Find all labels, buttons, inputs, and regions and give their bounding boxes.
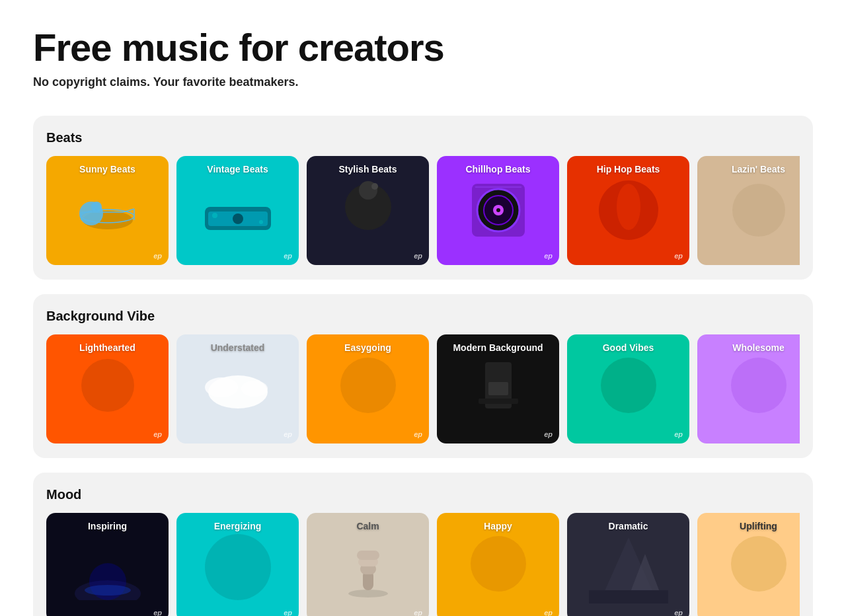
card-wholesome[interactable]: Wholesomeep: [697, 334, 800, 443]
card-good-vibes[interactable]: Good Vibesep: [567, 334, 689, 443]
svg-point-15: [371, 183, 378, 190]
card-understated[interactable]: Understatedep: [176, 334, 299, 443]
svg-point-41: [205, 534, 271, 600]
svg-point-51: [731, 536, 787, 592]
card-title-vintage-beats: Vintage Beats: [176, 164, 299, 174]
svg-point-10: [233, 213, 243, 224]
svg-point-24: [732, 184, 785, 237]
section-beats: BeatsSunny BeatsepVintage BeatsepStylish…: [33, 116, 813, 280]
card-logo-happy: ep: [544, 609, 553, 616]
card-title-energizing: Energizing: [176, 521, 299, 531]
svg-rect-50: [589, 590, 668, 603]
cards-row-background-vibe: LightheartedepUnderstatedepEasygoingepMo…: [46, 334, 800, 443]
card-title-stylish-beats: Stylish Beats: [307, 164, 429, 174]
svg-point-23: [617, 184, 640, 230]
card-title-sunny-beats: Sunny Beats: [46, 164, 169, 174]
card-logo-modern-background: ep: [544, 430, 553, 438]
card-sunny-beats[interactable]: Sunny Beatsep: [46, 156, 169, 265]
card-logo-vintage-beats: ep: [284, 252, 292, 260]
card-title-understated: Understated: [176, 342, 299, 353]
card-logo-dramatic: ep: [674, 609, 683, 616]
svg-rect-32: [488, 382, 508, 395]
card-dramatic[interactable]: Dramaticep: [567, 513, 689, 616]
card-title-lazin-beats: Lazin' Beats: [697, 164, 800, 174]
svg-point-40: [85, 585, 131, 596]
svg-rect-33: [479, 399, 518, 404]
card-lazin-beats[interactable]: Lazin' Beatsep: [697, 156, 800, 265]
card-title-uplifting: Uplifting: [697, 521, 800, 531]
card-logo-hiphop-beats: ep: [674, 252, 683, 260]
card-title-lighthearted: Lighthearted: [46, 342, 169, 353]
card-logo-good-vibes: ep: [674, 430, 683, 438]
card-logo-sunny-beats: ep: [153, 252, 162, 260]
card-logo-lighthearted: ep: [153, 430, 162, 438]
svg-point-47: [471, 536, 526, 592]
svg-point-29: [241, 381, 268, 397]
card-stylish-beats[interactable]: Stylish Beatsep: [307, 156, 429, 265]
card-logo-calm: ep: [414, 609, 422, 616]
card-calm[interactable]: Calmep: [307, 513, 429, 616]
card-title-hiphop-beats: Hip Hop Beats: [567, 164, 689, 174]
card-energizing[interactable]: Energizingep: [176, 513, 299, 616]
card-logo-inspiring: ep: [153, 609, 162, 616]
svg-point-42: [348, 590, 388, 597]
section-title-mood: Mood: [46, 487, 800, 502]
card-title-wholesome: Wholesome: [697, 342, 800, 353]
svg-point-26: [81, 359, 134, 412]
card-title-inspiring: Inspiring: [46, 521, 169, 531]
card-title-dramatic: Dramatic: [567, 521, 689, 531]
card-logo-understated: ep: [284, 430, 292, 438]
card-uplifting[interactable]: Upliftingep: [697, 513, 800, 616]
card-title-good-vibes: Good Vibes: [567, 342, 689, 353]
section-title-beats: Beats: [46, 130, 800, 145]
svg-point-28: [205, 377, 238, 397]
card-title-chillhop-beats: Chillhop Beats: [437, 164, 559, 174]
svg-point-35: [731, 358, 787, 413]
section-background-vibe: Background VibeLightheartedepUnderstated…: [33, 294, 813, 458]
cards-row-beats: Sunny BeatsepVintage BeatsepStylish Beat…: [46, 156, 800, 265]
section-title-background-vibe: Background Vibe: [46, 309, 800, 324]
svg-point-30: [340, 358, 396, 413]
card-easygoing[interactable]: Easygoingep: [307, 334, 429, 443]
svg-rect-46: [357, 551, 379, 560]
card-chillhop-beats[interactable]: Chillhop Beatsep: [437, 156, 559, 265]
card-logo-energizing: ep: [284, 609, 292, 616]
page-title: Free music for creators: [33, 26, 813, 69]
svg-point-34: [601, 358, 656, 413]
card-logo-stylish-beats: ep: [414, 252, 422, 260]
card-happy[interactable]: Happyep: [437, 513, 559, 616]
card-logo-easygoing: ep: [414, 430, 422, 438]
card-modern-background[interactable]: Modern Backgroundep: [437, 334, 559, 443]
page-subtitle: No copyright claims. Your favorite beatm…: [33, 75, 813, 89]
section-mood: MoodInspiringepEnergizingepCalmepHappyep…: [33, 473, 813, 616]
card-title-happy: Happy: [437, 521, 559, 531]
svg-point-12: [259, 220, 263, 224]
card-title-easygoing: Easygoing: [307, 342, 429, 353]
svg-point-11: [212, 213, 217, 218]
card-title-modern-background: Modern Background: [437, 342, 559, 353]
svg-point-20: [496, 208, 500, 212]
card-hiphop-beats[interactable]: Hip Hop Beatsep: [567, 156, 689, 265]
card-vintage-beats[interactable]: Vintage Beatsep: [176, 156, 299, 265]
cards-row-mood: InspiringepEnergizingepCalmepHappyepDram…: [46, 513, 800, 616]
card-lighthearted[interactable]: Lightheartedep: [46, 334, 169, 443]
card-inspiring[interactable]: Inspiringep: [46, 513, 169, 616]
card-logo-chillhop-beats: ep: [544, 252, 553, 260]
card-title-calm: Calm: [307, 521, 429, 531]
